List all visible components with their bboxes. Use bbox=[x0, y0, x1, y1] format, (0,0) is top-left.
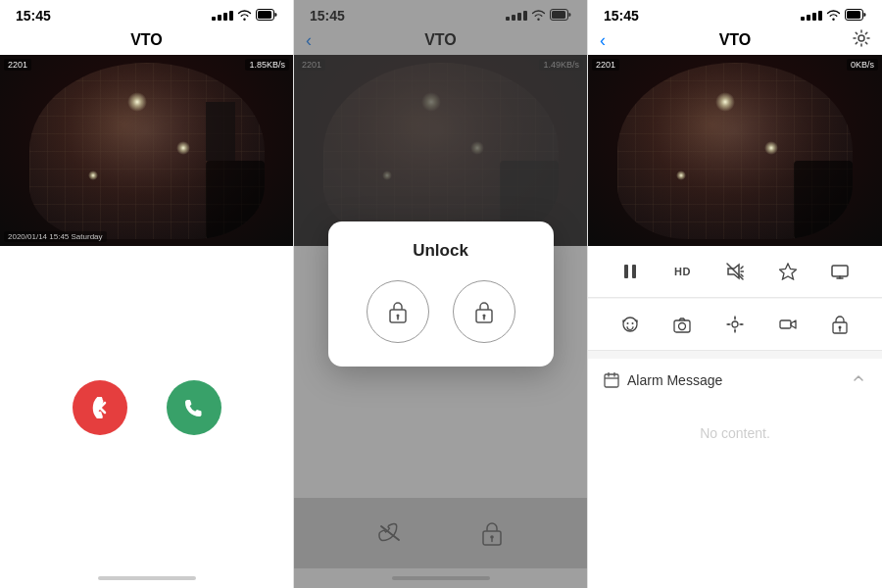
alarm-section: Alarm Message No content. bbox=[588, 359, 882, 588]
pause-button[interactable] bbox=[612, 254, 648, 289]
cam-id-3: 2201 bbox=[592, 59, 619, 71]
capture-button[interactable] bbox=[664, 307, 700, 342]
call-controls-1 bbox=[0, 246, 293, 568]
battery-icon-1 bbox=[256, 9, 277, 24]
panel-unlock: 15:45 bbox=[294, 0, 588, 588]
cam-bitrate-1: 1.85KB/s bbox=[245, 59, 289, 71]
unlock-lock-2-button[interactable]: 2 bbox=[453, 280, 515, 343]
svg-point-34 bbox=[631, 322, 633, 324]
decline-button[interactable] bbox=[73, 380, 127, 435]
svg-point-32 bbox=[623, 318, 637, 331]
ptz-button[interactable] bbox=[717, 307, 753, 342]
panel-incoming-call: 15:45 bbox=[0, 0, 294, 588]
panel-call-active: 15:45 bbox=[588, 0, 882, 588]
unlock-title: Unlock bbox=[413, 241, 468, 261]
app-title-3: VTO bbox=[719, 31, 752, 49]
status-bar-1: 15:45 bbox=[0, 0, 293, 27]
record-button[interactable] bbox=[770, 307, 806, 342]
svg-rect-29 bbox=[832, 266, 848, 276]
svg-marker-28 bbox=[779, 264, 796, 279]
svg-point-33 bbox=[626, 322, 628, 324]
lock-button-3[interactable] bbox=[822, 307, 858, 342]
battery-icon-3 bbox=[845, 9, 866, 24]
signal-icon-3 bbox=[801, 11, 822, 21]
unlock-dialog: Unlock 1 bbox=[328, 221, 554, 367]
accept-button[interactable] bbox=[167, 380, 221, 435]
status-icons-1 bbox=[212, 9, 277, 24]
face-detect-button[interactable] bbox=[612, 307, 648, 342]
calendar-icon bbox=[604, 372, 619, 388]
app-header-3: ‹ VTO bbox=[588, 27, 882, 55]
alarm-title: Alarm Message bbox=[627, 372, 722, 388]
camera-view-3: 2201 0KB/s bbox=[588, 55, 882, 246]
svg-rect-1 bbox=[258, 11, 271, 19]
svg-rect-54 bbox=[605, 374, 618, 387]
svg-marker-47 bbox=[734, 330, 736, 332]
volume-button[interactable] bbox=[717, 254, 753, 289]
unlock-overlay: Unlock 1 bbox=[294, 0, 587, 588]
unlock-lock-1-button[interactable]: 1 bbox=[367, 280, 429, 343]
status-icons-3 bbox=[801, 9, 866, 24]
fisheye-1 bbox=[29, 63, 265, 239]
signal-icon-1 bbox=[212, 11, 233, 21]
svg-rect-50 bbox=[780, 320, 791, 328]
screen-button[interactable] bbox=[822, 254, 858, 289]
alarm-content: No content. bbox=[604, 402, 866, 465]
alarm-header-left: Alarm Message bbox=[604, 372, 722, 388]
star-button[interactable] bbox=[770, 254, 806, 289]
unlock-buttons: 1 2 bbox=[367, 280, 515, 343]
hd-button[interactable]: HD bbox=[664, 254, 700, 289]
status-bar-3: 15:45 bbox=[588, 0, 882, 27]
wifi-icon-3 bbox=[826, 9, 841, 24]
svg-point-40 bbox=[679, 323, 686, 330]
camera-feed-3: 2201 0KB/s bbox=[588, 55, 882, 246]
home-indicator-1 bbox=[0, 568, 293, 588]
svg-rect-39 bbox=[674, 320, 690, 332]
svg-rect-19 bbox=[847, 11, 860, 19]
app-title-1: VTO bbox=[130, 31, 163, 49]
fisheye-3 bbox=[617, 63, 853, 239]
alarm-expand-button[interactable] bbox=[851, 370, 866, 390]
svg-marker-46 bbox=[734, 317, 736, 318]
cam-id-1: 2201 bbox=[4, 59, 31, 71]
cam-bitrate-3: 0KB/s bbox=[847, 59, 878, 71]
wifi-icon-1 bbox=[237, 9, 252, 24]
controls-row-1: HD bbox=[588, 246, 882, 298]
status-time-3: 15:45 bbox=[604, 8, 639, 24]
status-time-1: 15:45 bbox=[16, 8, 51, 24]
svg-text:2: 2 bbox=[482, 314, 486, 319]
svg-text:1: 1 bbox=[396, 314, 400, 319]
back-button-3[interactable]: ‹ bbox=[600, 30, 606, 51]
camera-view-1: 2201 1.85KB/s 2020/01/14 15:45 Saturday bbox=[0, 55, 293, 246]
svg-marker-49 bbox=[741, 323, 743, 325]
cam-datetime-1: 2020/01/14 15:45 Saturday bbox=[4, 231, 107, 242]
svg-point-41 bbox=[732, 321, 738, 327]
no-content-label: No content. bbox=[700, 425, 770, 441]
svg-line-26 bbox=[741, 274, 743, 276]
svg-line-24 bbox=[741, 267, 743, 269]
svg-marker-48 bbox=[727, 323, 729, 325]
app-header-1: VTO bbox=[0, 27, 293, 55]
camera-feed-1: 2201 1.85KB/s 2020/01/14 15:45 Saturday bbox=[0, 55, 293, 246]
alarm-header: Alarm Message bbox=[604, 370, 866, 402]
svg-point-20 bbox=[858, 35, 864, 41]
svg-rect-22 bbox=[632, 265, 636, 278]
gear-button-3[interactable] bbox=[853, 29, 870, 52]
svg-rect-21 bbox=[624, 265, 628, 278]
actions-row bbox=[588, 299, 882, 351]
